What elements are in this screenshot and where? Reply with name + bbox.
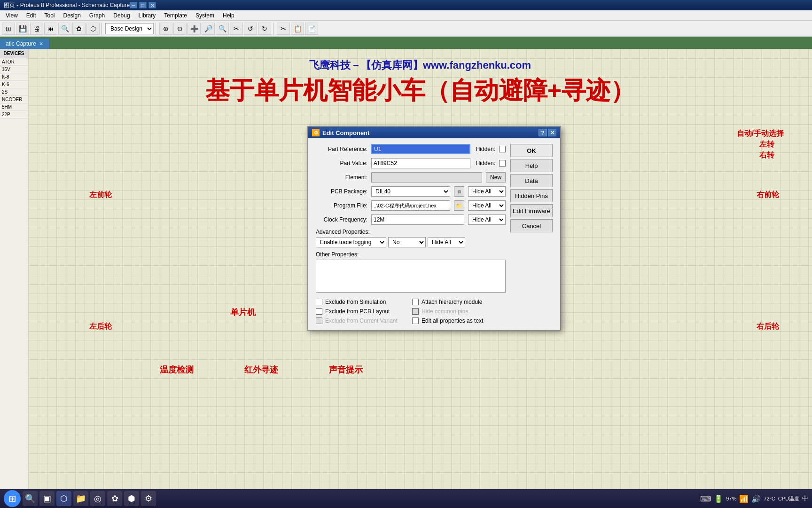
toolbar-btn-2[interactable]: 💾 bbox=[16, 23, 29, 35]
menu-graph[interactable]: Graph bbox=[86, 11, 109, 20]
adv-props-hide-select[interactable]: Hide All bbox=[428, 237, 465, 247]
tab-label: atic Capture bbox=[6, 40, 36, 47]
dialog-title-text: Edit Component bbox=[322, 129, 536, 136]
attach-hierarchy-checkbox[interactable] bbox=[412, 299, 419, 305]
menu-template[interactable]: Template bbox=[160, 11, 191, 20]
toolbar-btn-16[interactable]: ✂ bbox=[277, 23, 290, 35]
hidden-checkbox-2[interactable] bbox=[499, 160, 506, 167]
minimize-btn[interactable]: ─ bbox=[130, 2, 137, 8]
start-button[interactable]: ⊞ bbox=[4, 490, 21, 507]
schematic-area[interactable]: 飞鹰科技－【仿真库网】www.fangzhenku.com 基于单片机智能小车（… bbox=[28, 49, 812, 492]
toolbar-btn-11[interactable]: 🔎 bbox=[202, 23, 215, 35]
menu-view[interactable]: View bbox=[2, 11, 22, 20]
hide-common-pins-checkbox bbox=[412, 308, 419, 315]
other-props-textarea[interactable] bbox=[316, 260, 506, 293]
adv-props-dropdown2[interactable]: No bbox=[388, 237, 426, 247]
dialog-content-area: Part Reference: Hidden: Part Value: Hidd… bbox=[316, 144, 553, 324]
dialog-right-buttons: OK Help Data Hidden Pins Edit Firmware C… bbox=[506, 144, 553, 324]
edit-firmware-button[interactable]: Edit Firmware bbox=[510, 204, 553, 217]
toolbar-btn-8[interactable]: ⊕ bbox=[159, 23, 172, 35]
menu-edit[interactable]: Edit bbox=[23, 11, 40, 20]
close-btn[interactable]: ✕ bbox=[148, 2, 156, 8]
toolbar-btn-14[interactable]: ↺ bbox=[244, 23, 257, 35]
toolbar-btn-3[interactable]: 🖨 bbox=[30, 23, 43, 35]
ok-button[interactable]: OK bbox=[510, 144, 553, 157]
devices-label: DEVICES bbox=[0, 49, 28, 58]
maximize-btn[interactable]: □ bbox=[139, 2, 147, 8]
element-row: Element: New bbox=[316, 172, 506, 183]
program-file-browse-btn[interactable]: 📁 bbox=[454, 200, 464, 211]
base-design-dropdown[interactable]: Base Design bbox=[105, 23, 154, 34]
other-props-label: Other Properties: bbox=[316, 251, 506, 258]
menu-help[interactable]: Help bbox=[219, 11, 238, 20]
hide-common-pins-row: Hide common pins bbox=[412, 308, 506, 315]
menu-design[interactable]: Design bbox=[60, 11, 85, 20]
help-button[interactable]: Help bbox=[510, 159, 553, 172]
device-item-1[interactable]: ATOR bbox=[0, 58, 28, 66]
part-value-label: Part Value: bbox=[316, 160, 367, 167]
device-item-3[interactable]: K-8 bbox=[0, 73, 28, 81]
taskbar-app2[interactable]: ⬢ bbox=[124, 491, 139, 506]
menu-tool[interactable]: Tool bbox=[40, 11, 58, 20]
toolbar-btn-1[interactable]: ⊞ bbox=[2, 23, 15, 35]
exclude-sim-checkbox[interactable] bbox=[316, 299, 322, 305]
taskbar-explorer[interactable]: 📁 bbox=[73, 491, 88, 506]
toolbar-btn-17[interactable]: 📋 bbox=[291, 23, 304, 35]
toolbar-btn-6[interactable]: ✿ bbox=[72, 23, 86, 35]
exclude-variant-row: Exclude from Current Variant bbox=[316, 318, 409, 324]
edit-all-props-checkbox[interactable] bbox=[412, 318, 419, 324]
dialog-body: Part Reference: Hidden: Part Value: Hidd… bbox=[308, 138, 560, 330]
menu-debug[interactable]: Debug bbox=[109, 11, 133, 20]
taskbar-app1[interactable]: ✿ bbox=[107, 491, 122, 506]
toolbar-btn-18[interactable]: 📄 bbox=[305, 23, 318, 35]
element-input[interactable] bbox=[371, 172, 482, 183]
toolbar-btn-12[interactable]: 🔍 bbox=[216, 23, 229, 35]
part-reference-row: Part Reference: Hidden: bbox=[316, 144, 506, 154]
device-item-4[interactable]: K-6 bbox=[0, 81, 28, 88]
hidden-pins-button[interactable]: Hidden Pins bbox=[510, 189, 553, 202]
device-item-6[interactable]: NCODER bbox=[0, 96, 28, 103]
part-value-input[interactable] bbox=[371, 158, 470, 168]
toolbar-btn-10[interactable]: ➕ bbox=[187, 23, 201, 35]
taskbar-proteus[interactable]: ⬡ bbox=[56, 491, 71, 506]
program-file-hide-select[interactable]: Hide All bbox=[468, 200, 506, 211]
data-button[interactable]: Data bbox=[510, 174, 553, 187]
clock-freq-input[interactable] bbox=[371, 214, 464, 225]
toolbar-btn-9[interactable]: ⊙ bbox=[173, 23, 187, 35]
taskbar-app3[interactable]: ⚙ bbox=[141, 491, 156, 506]
device-item-8[interactable]: 22P bbox=[0, 111, 28, 119]
element-label: Element: bbox=[316, 174, 367, 181]
toolbar-sep-1 bbox=[102, 23, 103, 35]
device-item-2[interactable]: 16V bbox=[0, 66, 28, 73]
program-file-input[interactable] bbox=[371, 200, 450, 211]
title-bar-text: 图页 - Proteus 8 Professional - Schematic … bbox=[4, 1, 130, 9]
pcb-package-hide-select[interactable]: Hide All bbox=[468, 186, 506, 197]
toolbar-btn-15[interactable]: ↻ bbox=[258, 23, 271, 35]
tab-close-icon[interactable]: ✕ bbox=[39, 41, 43, 47]
hidden-checkbox-1[interactable] bbox=[499, 146, 506, 152]
toolbar-btn-13[interactable]: ✂ bbox=[230, 23, 243, 35]
new-button[interactable]: New bbox=[486, 172, 506, 183]
keyboard-icon: ⌨ bbox=[700, 494, 711, 503]
part-reference-input[interactable] bbox=[371, 144, 470, 154]
exclude-pcb-checkbox[interactable] bbox=[316, 308, 322, 315]
pcb-package-icon-btn[interactable]: ⧈ bbox=[454, 186, 464, 197]
tab-schematic[interactable]: atic Capture ✕ bbox=[0, 39, 49, 49]
pcb-package-select[interactable]: DIL40 bbox=[371, 186, 450, 197]
dialog-help-btn[interactable]: ? bbox=[539, 129, 547, 136]
device-item-5[interactable]: 2S bbox=[0, 88, 28, 96]
clock-freq-hide-select[interactable]: Hide All bbox=[468, 214, 506, 225]
dialog-close-btn[interactable]: ✕ bbox=[548, 129, 556, 136]
battery-pct: 97% bbox=[726, 496, 736, 501]
device-item-7[interactable]: 5HM bbox=[0, 103, 28, 111]
toolbar-btn-5[interactable]: 🔍 bbox=[58, 23, 71, 35]
cancel-button[interactable]: Cancel bbox=[510, 219, 553, 232]
toolbar-btn-4[interactable]: ⏮ bbox=[44, 23, 57, 35]
menu-library[interactable]: Library bbox=[135, 11, 160, 20]
taskbar-search[interactable]: 🔍 bbox=[23, 491, 38, 506]
menu-system[interactable]: System bbox=[192, 11, 218, 20]
taskbar-task-view[interactable]: ▣ bbox=[39, 491, 55, 506]
taskbar-edge[interactable]: ◎ bbox=[90, 491, 105, 506]
adv-props-dropdown1[interactable]: Enable trace logging bbox=[316, 237, 386, 247]
toolbar-btn-7[interactable]: ⬡ bbox=[86, 23, 100, 35]
